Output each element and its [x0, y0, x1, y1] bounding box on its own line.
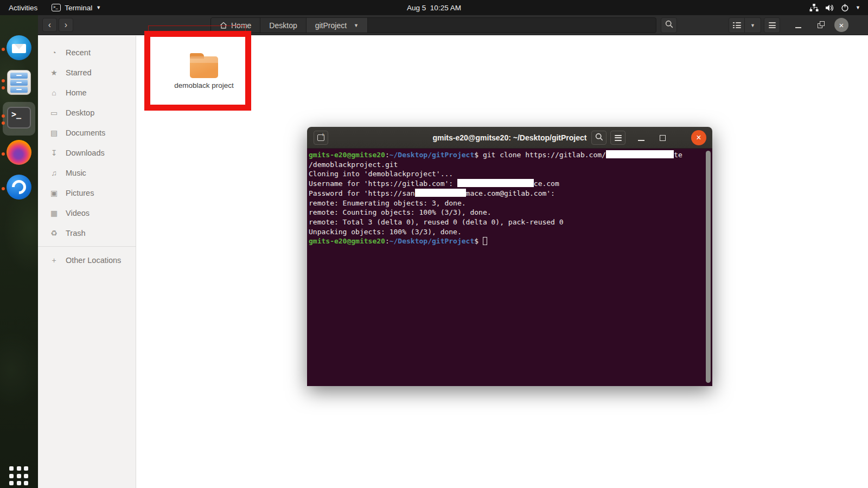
- terminal-line: Password for 'https://sanmace.com@gitlab…: [309, 189, 705, 198]
- sidebar-divider: [38, 246, 136, 247]
- terminal-text-segment: Cloning into 'demoblackproject'...: [309, 170, 453, 178]
- focused-app-menu[interactable]: >_ Terminal ▼: [46, 0, 106, 15]
- running-indicator-dots: [2, 138, 5, 170]
- hamburger-icon: [615, 135, 622, 141]
- search-button[interactable]: [661, 17, 677, 33]
- sidebar-item-music[interactable]: ♫Music: [38, 163, 136, 183]
- dock-item-files[interactable]: [0, 68, 38, 100]
- terminal-line: Username for 'https://gitlab.com': ce.co…: [309, 179, 705, 189]
- terminal-close-button[interactable]: ×: [691, 130, 706, 145]
- breadcrumb-gitproject[interactable]: gitProject▼: [307, 18, 368, 33]
- system-menu-chevron-icon: ▼: [856, 5, 860, 10]
- sidebar-item-home[interactable]: ⌂Home: [38, 82, 136, 102]
- terminal-icon: >_: [7, 107, 31, 129]
- sidebar-item-trash[interactable]: ♻Trash: [38, 223, 136, 243]
- videos-icon: ▦: [49, 209, 59, 217]
- sidebar-item-downloads[interactable]: ↧Downloads: [38, 143, 136, 163]
- home-icon: ⌂: [49, 88, 59, 97]
- files-menu-button[interactable]: [764, 17, 780, 33]
- redaction-box: [415, 189, 466, 197]
- sidebar-item-other-locations[interactable]: + Other Locations: [38, 250, 136, 270]
- terminal-line: gmits-e20@gmitse20:~/Desktop/gitProject$…: [309, 150, 705, 160]
- view-options-dropdown[interactable]: ▼: [745, 17, 761, 33]
- thunderbird-icon: [7, 35, 31, 60]
- terminal-text-segment: :: [385, 237, 390, 245]
- new-tab-icon: [317, 134, 324, 141]
- downloads-icon: ↧: [49, 149, 59, 157]
- search-icon: [665, 20, 673, 30]
- breadcrumb-desktop[interactable]: Desktop: [260, 18, 306, 33]
- terminal-minimize-button[interactable]: [637, 133, 646, 142]
- terminal-text-segment: $: [474, 237, 483, 245]
- running-indicator-dots: [2, 104, 5, 135]
- pictures-icon: ▣: [49, 189, 59, 197]
- terminal-window: gmits-e20@gmitse20: ~/Desktop/gitProject…: [307, 127, 712, 386]
- sidebar-item-videos[interactable]: ▦Videos: [38, 203, 136, 223]
- top-bar: Activities >_ Terminal ▼ Aug 5 10:25 AM …: [0, 0, 868, 15]
- desktop-icon: ▭: [49, 108, 59, 117]
- network-icon: [809, 4, 819, 12]
- firefox-icon: [7, 140, 31, 165]
- terminal-text-segment: Username for 'https://gitlab.com':: [309, 179, 457, 188]
- terminal-line: Cloning into 'demoblackproject'...: [309, 169, 705, 179]
- terminal-text-segment: remote: Enumerating objects: 3, done.: [309, 199, 466, 207]
- back-button[interactable]: ‹: [42, 18, 57, 32]
- terminal-line: Unpacking objects: 100% (3/3), done.: [309, 227, 705, 237]
- terminal-search-button[interactable]: [591, 131, 607, 145]
- terminal-text-segment: :: [385, 151, 390, 159]
- power-icon: [841, 4, 849, 12]
- dock-item-thunderbird[interactable]: [0, 34, 38, 65]
- terminal-text-segment: te: [674, 151, 682, 159]
- terminal-text-segment: Unpacking objects: 100% (3/3), done.: [309, 228, 462, 236]
- search-icon: [595, 133, 603, 143]
- files-close-button[interactable]: ×: [834, 18, 848, 32]
- terminal-cursor: [483, 237, 487, 245]
- dock: >_: [0, 15, 38, 488]
- terminal-scrollbar[interactable]: [706, 151, 711, 383]
- files-icon: [7, 70, 31, 95]
- chevron-down-icon: ▼: [96, 5, 101, 10]
- sidebar-item-documents[interactable]: ▤Documents: [38, 123, 136, 143]
- terminal-text-segment: Password for 'https://san: [309, 189, 415, 197]
- running-indicator-dots: [2, 173, 5, 204]
- new-tab-button[interactable]: [314, 131, 328, 145]
- show-applications-button[interactable]: [9, 466, 29, 486]
- sidebar-item-starred[interactable]: ★Starred: [38, 62, 136, 82]
- dock-item-mattermost[interactable]: [0, 173, 38, 204]
- files-restore-button[interactable]: [818, 21, 825, 28]
- mattermost-icon: [7, 175, 31, 200]
- forward-button[interactable]: ›: [59, 18, 73, 32]
- terminal-text-segment: gmits-e20@gmitse20: [309, 151, 385, 159]
- activities-button[interactable]: Activities: [0, 0, 46, 15]
- sidebar-item-recent[interactable]: ◔Recent: [38, 42, 136, 62]
- terminal-body[interactable]: gmits-e20@gmitse20:~/Desktop/gitProject$…: [307, 149, 712, 386]
- redaction-box: [457, 179, 534, 187]
- dock-item-terminal[interactable]: >_: [0, 104, 38, 135]
- clock[interactable]: Aug 5 10:25 AM: [0, 0, 868, 15]
- sidebar-item-pictures[interactable]: ▣Pictures: [38, 183, 136, 203]
- list-view-button[interactable]: [729, 17, 745, 33]
- terminal-text-segment: /demoblackproject.git: [309, 160, 398, 169]
- terminal-mini-icon: >_: [52, 4, 61, 11]
- dock-item-firefox[interactable]: [0, 138, 38, 170]
- chevron-down-icon: ▼: [750, 23, 755, 28]
- terminal-text-segment: ~/Desktop/gitProject: [390, 151, 475, 159]
- star-icon: ★: [49, 68, 59, 77]
- sidebar-item-desktop[interactable]: ▭Desktop: [38, 102, 136, 123]
- system-status-area[interactable]: ▼: [805, 0, 865, 15]
- files-minimize-button[interactable]: [795, 20, 802, 30]
- terminal-text-segment: ~/Desktop/gitProject: [390, 237, 475, 245]
- terminal-text-segment: remote: Counting objects: 100% (3/3), do…: [309, 208, 492, 216]
- documents-icon: ▤: [49, 129, 59, 137]
- files-toolbar: ‹ › HomeDesktopgitProject▼ ▼ ×: [38, 15, 868, 35]
- terminal-text-segment: $ git clone https://gitlab.com/: [474, 151, 606, 159]
- folder-icon: [190, 56, 218, 78]
- terminal-header[interactable]: gmits-e20@gmitse20: ~/Desktop/gitProject…: [307, 127, 712, 149]
- running-indicator-dots: [2, 34, 5, 65]
- terminal-line: /demoblackproject.git: [309, 160, 705, 170]
- breadcrumb-home[interactable]: Home: [211, 18, 260, 33]
- terminal-menu-button[interactable]: [610, 131, 626, 145]
- path-bar: HomeDesktopgitProject▼: [210, 17, 656, 33]
- terminal-maximize-button[interactable]: [660, 135, 666, 141]
- folder-label: demoblack project: [171, 81, 237, 90]
